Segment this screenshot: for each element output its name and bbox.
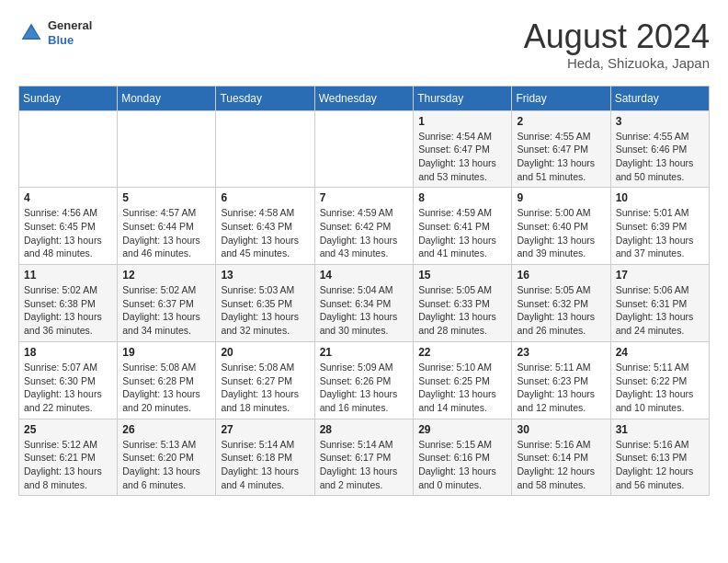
calendar-cell: 23Sunrise: 5:11 AM Sunset: 6:23 PM Dayli… xyxy=(512,341,610,419)
day-number: 7 xyxy=(320,191,408,204)
weekday-header: Tuesday xyxy=(216,86,314,110)
day-info: Sunrise: 5:03 AM Sunset: 6:35 PM Dayligh… xyxy=(221,283,309,338)
day-number: 20 xyxy=(221,346,309,359)
day-number: 14 xyxy=(320,269,408,282)
calendar-cell: 17Sunrise: 5:06 AM Sunset: 6:31 PM Dayli… xyxy=(610,265,709,342)
calendar-cell xyxy=(216,110,314,188)
day-number: 24 xyxy=(616,346,704,359)
day-info: Sunrise: 5:05 AM Sunset: 6:33 PM Dayligh… xyxy=(418,283,506,338)
day-number: 1 xyxy=(418,115,506,128)
weekday-header: Sunday xyxy=(19,86,118,110)
day-info: Sunrise: 5:08 AM Sunset: 6:28 PM Dayligh… xyxy=(122,361,210,415)
calendar-cell xyxy=(314,110,413,188)
logo-blue: Blue xyxy=(48,33,92,48)
day-info: Sunrise: 5:07 AM Sunset: 6:30 PM Dayligh… xyxy=(24,361,112,415)
calendar-cell: 11Sunrise: 5:02 AM Sunset: 6:38 PM Dayli… xyxy=(19,265,118,342)
day-number: 22 xyxy=(418,346,506,359)
day-number: 10 xyxy=(616,191,704,204)
day-number: 23 xyxy=(517,346,605,359)
day-number: 4 xyxy=(24,191,112,204)
logo: General Blue xyxy=(18,18,92,47)
day-number: 18 xyxy=(24,346,112,359)
day-info: Sunrise: 5:02 AM Sunset: 6:37 PM Dayligh… xyxy=(122,283,210,338)
calendar-cell: 2Sunrise: 4:55 AM Sunset: 6:47 PM Daylig… xyxy=(512,110,610,188)
calendar-cell: 26Sunrise: 5:13 AM Sunset: 6:20 PM Dayli… xyxy=(118,419,216,496)
calendar-cell: 9Sunrise: 5:00 AM Sunset: 6:40 PM Daylig… xyxy=(512,188,610,265)
day-number: 29 xyxy=(418,423,506,436)
calendar-cell: 18Sunrise: 5:07 AM Sunset: 6:30 PM Dayli… xyxy=(19,341,118,419)
day-number: 11 xyxy=(24,269,112,282)
day-info: Sunrise: 5:01 AM Sunset: 6:39 PM Dayligh… xyxy=(616,206,704,260)
calendar-cell: 14Sunrise: 5:04 AM Sunset: 6:34 PM Dayli… xyxy=(314,265,413,342)
calendar-cell: 21Sunrise: 5:09 AM Sunset: 6:26 PM Dayli… xyxy=(314,341,413,419)
day-info: Sunrise: 5:10 AM Sunset: 6:25 PM Dayligh… xyxy=(418,361,506,415)
day-number: 9 xyxy=(517,191,605,204)
day-info: Sunrise: 4:55 AM Sunset: 6:46 PM Dayligh… xyxy=(616,130,704,184)
calendar-cell xyxy=(118,110,216,188)
calendar-cell: 6Sunrise: 4:58 AM Sunset: 6:43 PM Daylig… xyxy=(216,188,314,265)
calendar-table: SundayMondayTuesdayWednesdayThursdayFrid… xyxy=(18,86,710,497)
location: Heda, Shizuoka, Japan xyxy=(524,55,710,71)
calendar-cell: 5Sunrise: 4:57 AM Sunset: 6:44 PM Daylig… xyxy=(118,188,216,265)
calendar-cell: 12Sunrise: 5:02 AM Sunset: 6:37 PM Dayli… xyxy=(118,265,216,342)
calendar-cell: 10Sunrise: 5:01 AM Sunset: 6:39 PM Dayli… xyxy=(610,188,709,265)
weekday-header-row: SundayMondayTuesdayWednesdayThursdayFrid… xyxy=(19,86,710,110)
day-number: 8 xyxy=(418,191,506,204)
day-number: 3 xyxy=(616,115,704,128)
day-info: Sunrise: 5:15 AM Sunset: 6:16 PM Dayligh… xyxy=(418,438,506,492)
calendar-cell: 27Sunrise: 5:14 AM Sunset: 6:18 PM Dayli… xyxy=(216,419,314,496)
day-number: 25 xyxy=(24,423,112,436)
day-info: Sunrise: 5:11 AM Sunset: 6:23 PM Dayligh… xyxy=(517,361,605,415)
weekday-header: Saturday xyxy=(610,86,709,110)
calendar-week-row: 1Sunrise: 4:54 AM Sunset: 6:47 PM Daylig… xyxy=(19,110,710,188)
day-info: Sunrise: 5:14 AM Sunset: 6:17 PM Dayligh… xyxy=(320,438,408,492)
day-info: Sunrise: 5:11 AM Sunset: 6:22 PM Dayligh… xyxy=(616,361,704,415)
day-number: 13 xyxy=(221,269,309,282)
day-info: Sunrise: 4:54 AM Sunset: 6:47 PM Dayligh… xyxy=(418,130,506,184)
calendar-cell: 31Sunrise: 5:16 AM Sunset: 6:13 PM Dayli… xyxy=(610,419,709,496)
logo-general: General xyxy=(48,18,92,33)
page-header: General Blue August 2024 Heda, Shizuoka,… xyxy=(18,18,710,71)
day-info: Sunrise: 4:55 AM Sunset: 6:47 PM Dayligh… xyxy=(517,130,605,184)
day-info: Sunrise: 5:09 AM Sunset: 6:26 PM Dayligh… xyxy=(320,361,408,415)
calendar-cell: 30Sunrise: 5:16 AM Sunset: 6:14 PM Dayli… xyxy=(512,419,610,496)
day-number: 21 xyxy=(320,346,408,359)
calendar-cell: 8Sunrise: 4:59 AM Sunset: 6:41 PM Daylig… xyxy=(414,188,512,265)
calendar-cell: 15Sunrise: 5:05 AM Sunset: 6:33 PM Dayli… xyxy=(414,265,512,342)
calendar-week-row: 4Sunrise: 4:56 AM Sunset: 6:45 PM Daylig… xyxy=(19,188,710,265)
day-number: 28 xyxy=(320,423,408,436)
day-number: 12 xyxy=(122,269,210,282)
weekday-header: Monday xyxy=(118,86,216,110)
calendar-cell: 22Sunrise: 5:10 AM Sunset: 6:25 PM Dayli… xyxy=(414,341,512,419)
calendar-week-row: 11Sunrise: 5:02 AM Sunset: 6:38 PM Dayli… xyxy=(19,265,710,342)
day-info: Sunrise: 5:00 AM Sunset: 6:40 PM Dayligh… xyxy=(517,206,605,260)
calendar-cell: 3Sunrise: 4:55 AM Sunset: 6:46 PM Daylig… xyxy=(610,110,709,188)
calendar-week-row: 18Sunrise: 5:07 AM Sunset: 6:30 PM Dayli… xyxy=(19,341,710,419)
calendar-week-row: 25Sunrise: 5:12 AM Sunset: 6:21 PM Dayli… xyxy=(19,419,710,496)
day-info: Sunrise: 4:57 AM Sunset: 6:44 PM Dayligh… xyxy=(122,206,210,260)
day-number: 6 xyxy=(221,191,309,204)
day-number: 31 xyxy=(616,423,704,436)
title-block: August 2024 Heda, Shizuoka, Japan xyxy=(524,18,710,71)
day-info: Sunrise: 5:12 AM Sunset: 6:21 PM Dayligh… xyxy=(24,438,112,492)
calendar-cell: 1Sunrise: 4:54 AM Sunset: 6:47 PM Daylig… xyxy=(414,110,512,188)
day-info: Sunrise: 5:05 AM Sunset: 6:32 PM Dayligh… xyxy=(517,283,605,338)
day-number: 17 xyxy=(616,269,704,282)
day-info: Sunrise: 5:14 AM Sunset: 6:18 PM Dayligh… xyxy=(221,438,309,492)
day-number: 16 xyxy=(517,269,605,282)
logo-text: General Blue xyxy=(48,18,92,47)
day-info: Sunrise: 5:06 AM Sunset: 6:31 PM Dayligh… xyxy=(616,283,704,338)
logo-icon xyxy=(18,20,44,46)
day-number: 15 xyxy=(418,269,506,282)
day-info: Sunrise: 4:56 AM Sunset: 6:45 PM Dayligh… xyxy=(24,206,112,260)
day-info: Sunrise: 5:13 AM Sunset: 6:20 PM Dayligh… xyxy=(122,438,210,492)
calendar-cell xyxy=(19,110,118,188)
calendar-cell: 7Sunrise: 4:59 AM Sunset: 6:42 PM Daylig… xyxy=(314,188,413,265)
weekday-header: Wednesday xyxy=(314,86,413,110)
day-number: 2 xyxy=(517,115,605,128)
calendar-cell: 13Sunrise: 5:03 AM Sunset: 6:35 PM Dayli… xyxy=(216,265,314,342)
day-info: Sunrise: 4:59 AM Sunset: 6:41 PM Dayligh… xyxy=(418,206,506,260)
weekday-header: Friday xyxy=(512,86,610,110)
calendar-cell: 24Sunrise: 5:11 AM Sunset: 6:22 PM Dayli… xyxy=(610,341,709,419)
day-number: 30 xyxy=(517,423,605,436)
